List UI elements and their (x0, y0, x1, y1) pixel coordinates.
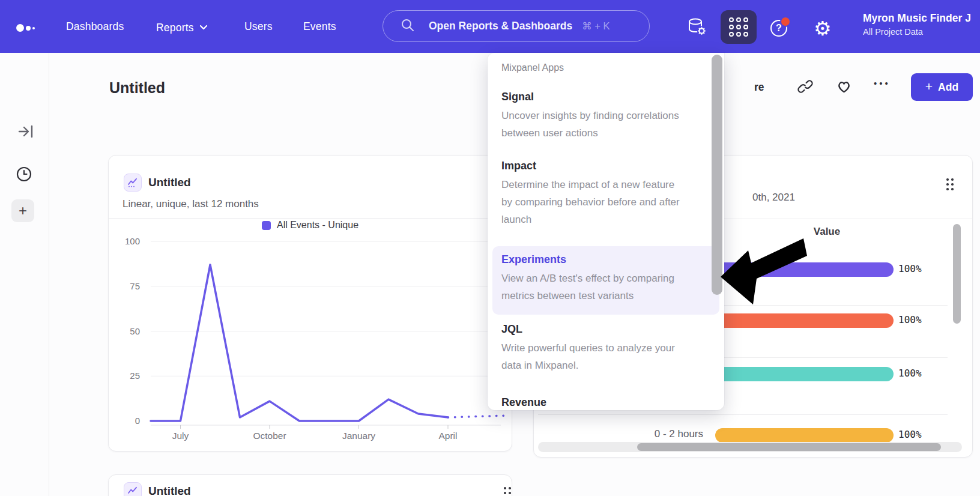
card-subtitle: Linear, unique, last 12 months (122, 198, 259, 210)
left-sidebar: + (0, 53, 49, 496)
line-chart-icon (124, 174, 142, 192)
share-button-clipped[interactable]: re (754, 81, 764, 94)
mixpanel-logo[interactable] (16, 24, 35, 32)
svg-text:January: January (342, 431, 375, 441)
bar-segment (715, 367, 894, 381)
bar-value: 100% (898, 367, 922, 379)
svg-text:50: 50 (130, 326, 140, 336)
svg-text:0: 0 (135, 416, 140, 426)
line-chart-icon (124, 482, 142, 496)
search-placeholder: Open Reports & Dashboards (429, 20, 572, 32)
plus-icon: + (925, 79, 933, 94)
bar-segment (715, 428, 894, 443)
svg-text:25: 25 (130, 370, 140, 381)
drag-handle-icon[interactable] (946, 178, 954, 190)
menu-item-impact[interactable]: Impact (501, 160, 536, 172)
menu-header: Mixpanel Apps (501, 62, 564, 73)
user-name: Myron Music Finder J (863, 12, 980, 25)
apps-grid-button[interactable] (721, 10, 757, 44)
project-name: All Project Data (863, 27, 980, 37)
bar-value: 100% (898, 314, 922, 325)
menu-item-experiments[interactable]: Experiments (501, 253, 566, 266)
nav-events[interactable]: Events (303, 20, 336, 33)
menu-item-revenue[interactable]: Revenue (501, 396, 546, 409)
svg-text:October: October (253, 431, 286, 441)
copy-link-icon[interactable] (797, 79, 813, 97)
bar-segment (715, 313, 894, 328)
menu-item-jql[interactable]: JQL (501, 323, 522, 336)
help-button[interactable]: ? (770, 20, 788, 38)
recent-clock-icon[interactable] (16, 166, 32, 185)
horizontal-scrollbar-track[interactable] (538, 442, 962, 452)
chart-legend[interactable]: All Events - Unique (109, 220, 512, 231)
drag-handle-icon[interactable] (504, 487, 511, 496)
value-column-header: Value (793, 226, 861, 238)
card-title[interactable]: Untitled (148, 485, 191, 496)
global-search-input[interactable]: Open Reports & Dashboards ⌘ + K (383, 10, 650, 42)
nav-dashboards[interactable]: Dashboards (66, 20, 124, 33)
bar-value: 100% (898, 263, 922, 274)
svg-text:100: 100 (125, 236, 140, 246)
add-board-button[interactable]: + (11, 199, 34, 222)
line-chart-card: Untitled Linear, unique, last 12 months … (108, 155, 512, 452)
mixpanel-apps-menu: Mixpanel Apps Signal Uncover insights by… (488, 53, 724, 410)
nav-reports[interactable]: Reports (156, 20, 208, 34)
expand-sidebar-icon[interactable] (18, 125, 35, 141)
date-range-clipped: 0th, 2021 (752, 192, 795, 204)
bottom-chart-card: Untitled (108, 474, 512, 496)
search-icon (401, 19, 414, 34)
chevron-down-icon (199, 20, 208, 33)
page-title: Untitled (109, 79, 165, 97)
add-button[interactable]: + Add (911, 73, 973, 101)
menu-scrollbar[interactable] (712, 55, 722, 295)
search-shortcut: ⌘ + K (582, 20, 609, 32)
svg-text:July: July (172, 431, 189, 441)
line-chart-plot[interactable]: 0255075100JulyOctoberJanuaryApril (109, 232, 513, 449)
apps-grid-icon (729, 17, 748, 37)
menu-item-signal[interactable]: Signal (501, 91, 534, 103)
top-navbar: Dashboards Reports Users Events Open Rep… (0, 0, 980, 53)
vertical-scrollbar[interactable] (953, 224, 961, 324)
row-separator (538, 414, 948, 415)
user-menu[interactable]: Myron Music Finder J All Project Data (863, 12, 980, 37)
svg-text:April: April (438, 431, 457, 441)
more-options-button[interactable]: ••• (874, 78, 891, 88)
bar-segment (715, 262, 894, 277)
data-management-icon[interactable] (686, 16, 707, 40)
nav-users[interactable]: Users (244, 20, 273, 33)
legend-label: All Events - Unique (277, 220, 358, 231)
legend-swatch (262, 221, 271, 230)
divider (109, 218, 512, 219)
card-title[interactable]: Untitled (148, 176, 191, 189)
bar-value: 100% (898, 429, 922, 440)
notification-dot (780, 16, 791, 27)
favorite-heart-icon[interactable] (836, 79, 852, 97)
settings-gear-icon[interactable]: ⚙︎ (814, 17, 832, 40)
horizontal-scrollbar-thumb[interactable] (637, 443, 941, 451)
svg-text:75: 75 (130, 281, 140, 291)
